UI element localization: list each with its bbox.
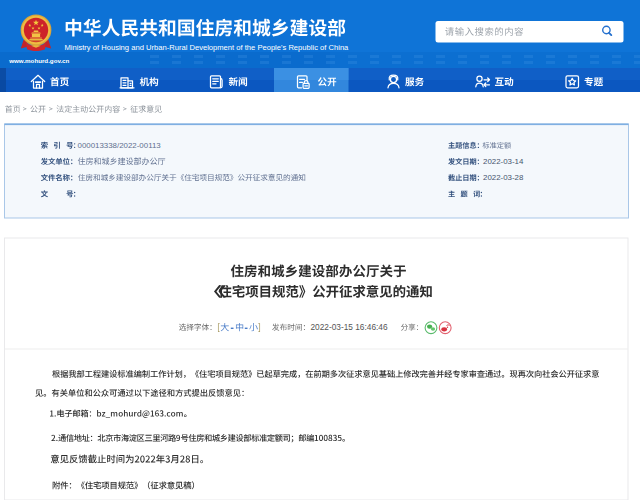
svg-text:2022-03-14: 2022-03-14 (483, 157, 524, 166)
svg-text:000013338/2022-00113: 000013338/2022-00113 (78, 141, 162, 150)
svg-text:2022-03-28: 2022-03-28 (483, 173, 524, 182)
svg-text:2022-03-15 16:46:46: 2022-03-15 16:46:46 (311, 322, 388, 332)
svg-text:www.mohurd.gov.cn: www.mohurd.gov.cn (8, 57, 69, 64)
svg-text:Ministry of Housing and Urban-: Ministry of Housing and Urban-Rural Deve… (65, 43, 350, 52)
